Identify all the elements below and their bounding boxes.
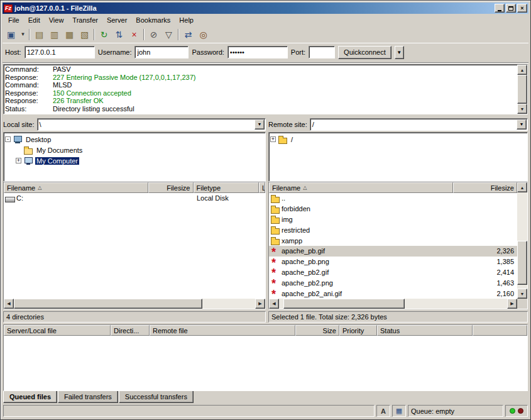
tree-item-root[interactable]: + / bbox=[270, 134, 526, 145]
cancel-button[interactable]: × bbox=[127, 28, 141, 41]
local-site-value: \ bbox=[38, 121, 255, 128]
menu-item-edit[interactable]: Edit bbox=[24, 15, 45, 25]
file-row-apache-pb2-ani-gif[interactable]: apache_pb2_ani.gif 2,160 bbox=[269, 288, 517, 299]
site-manager-button[interactable]: ▣ bbox=[4, 28, 18, 41]
quickconnect-dropdown[interactable]: ▼ bbox=[395, 46, 404, 59]
queue-col-remote-file[interactable]: Remote file bbox=[150, 325, 295, 336]
remote-file-list[interactable]: .. forbidden img bbox=[269, 193, 517, 299]
local-col-last-modified[interactable]: L bbox=[259, 182, 265, 193]
username-input[interactable] bbox=[134, 46, 189, 58]
file-row-apache-pb-gif[interactable]: apache_pb.gif 2,326 bbox=[269, 246, 517, 257]
file-row-c-drive[interactable]: C: Local Disk bbox=[4, 193, 265, 204]
file-row-apache-pb2-png[interactable]: apache_pb2.png 1,463 bbox=[269, 277, 517, 288]
toggle-queue-button[interactable]: ▧ bbox=[77, 28, 92, 41]
remote-hscrollbar[interactable]: ◀ ▶ bbox=[269, 299, 517, 309]
log-label: Command: bbox=[5, 65, 53, 74]
file-row-forbidden[interactable]: forbidden bbox=[269, 204, 517, 214]
scrollbar-thumb[interactable] bbox=[517, 241, 527, 285]
scroll-up-icon[interactable]: ▲ bbox=[517, 182, 527, 192]
file-row-apache-pb-png[interactable]: apache_pb.png 1,385 bbox=[269, 257, 517, 267]
site-manager-dropdown[interactable]: ▼ bbox=[19, 28, 27, 41]
scroll-up-icon[interactable]: ▲ bbox=[517, 65, 527, 75]
message-log[interactable]: Command: PASV Response: 227 Entering Pas… bbox=[4, 65, 517, 114]
remote-col-filename[interactable]: Filename bbox=[269, 182, 453, 193]
tab-failed-transfers[interactable]: Failed transfers bbox=[58, 391, 118, 403]
host-input[interactable] bbox=[25, 46, 95, 58]
scroll-right-icon[interactable]: ▶ bbox=[507, 299, 517, 309]
tree-expander[interactable]: - bbox=[5, 136, 11, 142]
tab-successful-transfers[interactable]: Successful transfers bbox=[119, 391, 194, 403]
log-scrollbar[interactable]: ▲ ▼ bbox=[517, 65, 527, 114]
maximize-button[interactable] bbox=[506, 4, 516, 13]
queue-col-status[interactable]: Status bbox=[377, 325, 473, 336]
filesize: 1,463 bbox=[453, 279, 517, 287]
process-queue-button[interactable]: ⇅ bbox=[112, 28, 126, 41]
chevron-down-icon[interactable]: ▼ bbox=[517, 119, 527, 130]
remote-site-combo[interactable]: / ▼ bbox=[310, 118, 528, 131]
folder-icon bbox=[270, 194, 280, 203]
file-row-restricted[interactable]: restricted bbox=[269, 224, 517, 235]
chevron-down-icon[interactable]: ▼ bbox=[255, 119, 265, 130]
desktop-icon bbox=[13, 135, 23, 144]
search-button[interactable]: ◎ bbox=[196, 28, 211, 41]
tree-item-desktop[interactable]: - Desktop bbox=[5, 134, 264, 145]
toggle-remote-tree-button[interactable]: ▦ bbox=[62, 28, 77, 41]
minimize-button[interactable] bbox=[495, 4, 505, 13]
password-input[interactable] bbox=[227, 46, 288, 58]
menu-item-help[interactable]: Help bbox=[175, 15, 198, 25]
filter-button[interactable]: ▽ bbox=[161, 28, 176, 41]
local-col-filename[interactable]: Filename bbox=[4, 182, 148, 193]
file-row-img[interactable]: img bbox=[269, 214, 517, 225]
local-col-filetype[interactable]: Filetype bbox=[194, 182, 260, 193]
filename: apache_pb2_ani.gif bbox=[282, 290, 342, 297]
scroll-left-icon[interactable]: ◀ bbox=[269, 299, 279, 309]
refresh-button[interactable]: ↻ bbox=[97, 28, 111, 41]
queue-col-size[interactable]: Size bbox=[295, 325, 339, 336]
tree-expander[interactable]: + bbox=[270, 136, 276, 142]
file-row-xampp[interactable]: xampp bbox=[269, 235, 517, 246]
folder-icon bbox=[270, 225, 280, 235]
menu-item-view[interactable]: View bbox=[45, 15, 68, 25]
local-site-combo[interactable]: \ ▼ bbox=[37, 118, 266, 131]
file-row-parent-dir[interactable]: .. bbox=[269, 193, 517, 204]
toggle-log-button[interactable]: ▤ bbox=[32, 28, 47, 41]
remote-status-text: Selected 1 file. Total size: 2,326 bytes bbox=[268, 311, 528, 323]
tree-item-my-computer[interactable]: + My Computer bbox=[5, 155, 264, 166]
scroll-down-icon[interactable]: ▼ bbox=[517, 289, 527, 299]
menu-item-transfer[interactable]: Transfer bbox=[68, 15, 102, 25]
statusbar-spacer bbox=[3, 405, 375, 417]
remote-col-filesize[interactable]: Filesize bbox=[453, 182, 517, 193]
menu-item-bookmarks[interactable]: Bookmarks bbox=[131, 15, 175, 25]
queue-col-server-local-file[interactable]: Server/Local file bbox=[4, 325, 111, 336]
scroll-right-icon[interactable]: ▶ bbox=[255, 299, 265, 309]
scrollbar-thumb[interactable] bbox=[517, 75, 527, 104]
menu-item-server[interactable]: Server bbox=[102, 15, 131, 25]
local-col-filesize[interactable]: Filesize bbox=[148, 182, 194, 193]
menu-item-file[interactable]: File bbox=[4, 15, 24, 25]
scrollbar-thumb[interactable] bbox=[14, 299, 202, 309]
local-file-list[interactable]: C: Local Disk bbox=[4, 193, 265, 299]
remote-tree[interactable]: + / bbox=[268, 132, 528, 182]
compare-button[interactable]: ⇄ bbox=[181, 28, 195, 41]
close-button[interactable]: × bbox=[517, 4, 527, 13]
local-tree[interactable]: - Desktop My Documents + My Computer bbox=[3, 132, 266, 182]
queue-col-blank[interactable] bbox=[473, 325, 527, 336]
scroll-left-icon[interactable]: ◀ bbox=[4, 299, 14, 309]
local-pane: Local site: \ ▼ - Desktop bbox=[3, 118, 266, 323]
scrollbar-thumb[interactable] bbox=[283, 299, 404, 309]
queue-list[interactable] bbox=[4, 336, 527, 390]
scroll-down-icon[interactable]: ▼ bbox=[517, 104, 527, 114]
quickconnect-button[interactable]: Quickconnect bbox=[338, 46, 391, 59]
port-input[interactable] bbox=[309, 46, 335, 58]
disconnect-button[interactable]: ⊘ bbox=[146, 28, 161, 41]
local-hscrollbar[interactable]: ◀ ▶ bbox=[4, 299, 265, 309]
toggle-local-tree-button[interactable]: ▥ bbox=[47, 28, 62, 41]
filesize: 2,414 bbox=[453, 268, 517, 276]
tree-item-my-documents[interactable]: My Documents bbox=[5, 145, 264, 155]
tree-expander[interactable]: + bbox=[16, 158, 21, 163]
queue-col-priority[interactable]: Priority bbox=[339, 325, 377, 336]
tab-queued-files[interactable]: Queued files bbox=[3, 391, 57, 403]
file-row-apache-pb2-gif[interactable]: apache_pb2.gif 2,414 bbox=[269, 267, 517, 278]
remote-vscrollbar[interactable]: ▲ ▼ bbox=[517, 182, 527, 299]
queue-col-direction[interactable]: Directi... bbox=[111, 325, 150, 336]
